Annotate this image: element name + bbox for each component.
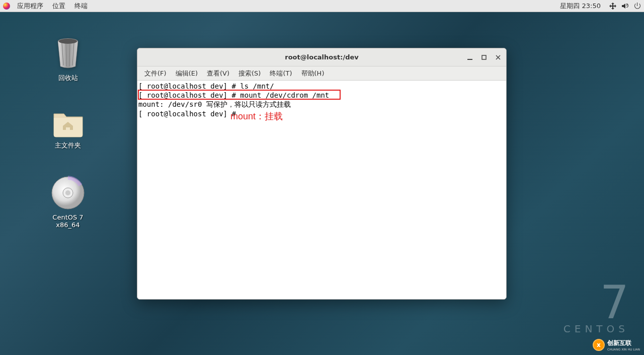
places-menu[interactable]: 位置	[48, 1, 69, 12]
centos-watermark: 7 CENTOS	[564, 280, 629, 335]
applications-menu[interactable]: 应用程序	[13, 1, 47, 12]
clock[interactable]: 星期四 23:50	[556, 1, 605, 12]
network-icon[interactable]	[609, 2, 617, 10]
term-line: mount: /dev/sr0 写保护，将以只读方式挂载	[138, 100, 291, 108]
top-panel: 应用程序 位置 终端 星期四 23:50	[0, 0, 644, 12]
centos-name: CENTOS	[564, 323, 629, 335]
minimize-button[interactable]	[466, 53, 474, 61]
desktop-icons: 回收站 主文件夹 CentOS 7 x86_64	[40, 35, 96, 229]
menu-file[interactable]: 文件(F)	[140, 67, 171, 80]
menu-search[interactable]: 搜索(S)	[234, 67, 265, 80]
volume-icon[interactable]	[621, 2, 629, 10]
image-watermark: x 创新互联 CHUANG XIN HU LIAN	[593, 339, 640, 351]
svg-rect-9	[467, 59, 472, 60]
close-button[interactable]	[494, 53, 502, 61]
menu-edit[interactable]: 编辑(E)	[172, 67, 202, 80]
watermark-text: 创新互联	[607, 339, 640, 347]
watermark-subtext: CHUANG XIN HU LIAN	[607, 347, 640, 351]
menu-terminal[interactable]: 终端(T)	[266, 67, 296, 80]
trash-icon[interactable]: 回收站	[40, 35, 96, 83]
home-label: 主文件夹	[55, 141, 81, 150]
terminal-output[interactable]: [ root@localhost dev] # ls /mnt/ [ root@…	[137, 81, 506, 299]
maximize-button[interactable]	[480, 53, 488, 61]
term-line: [ root@localhost dev] #	[138, 110, 240, 118]
terminal-menu-item[interactable]: 终端	[70, 1, 92, 12]
cdrom-icon[interactable]: CentOS 7 x86_64	[40, 175, 96, 229]
menubar: 文件(F) 编辑(E) 查看(V) 搜索(S) 终端(T) 帮助(H)	[137, 66, 506, 81]
term-line: [ root@localhost dev] # mount /dev/cdrom…	[138, 91, 334, 99]
svg-point-5	[59, 39, 77, 44]
power-icon[interactable]	[633, 2, 641, 10]
menu-view[interactable]: 查看(V)	[203, 67, 233, 80]
term-line: [ root@localhost dev] # ls /mnt/	[138, 82, 274, 90]
titlebar[interactable]: root@localhost:/dev	[137, 48, 506, 66]
menu-help[interactable]: 帮助(H)	[297, 67, 329, 80]
terminal-window: root@localhost:/dev 文件(F) 编辑(E) 查看(V) 搜索…	[137, 48, 507, 300]
gnome-logo-icon	[3, 3, 10, 10]
trash-label: 回收站	[58, 74, 78, 83]
home-folder-icon[interactable]: 主文件夹	[40, 108, 96, 150]
watermark-icon: x	[593, 339, 605, 351]
cdrom-label: CentOS 7 x86_64	[40, 214, 96, 229]
centos-7: 7	[564, 280, 629, 325]
window-title: root@localhost:/dev	[285, 53, 359, 61]
annotation-text: mount：挂载	[230, 111, 283, 122]
svg-rect-10	[482, 55, 486, 59]
svg-point-8	[65, 190, 70, 195]
